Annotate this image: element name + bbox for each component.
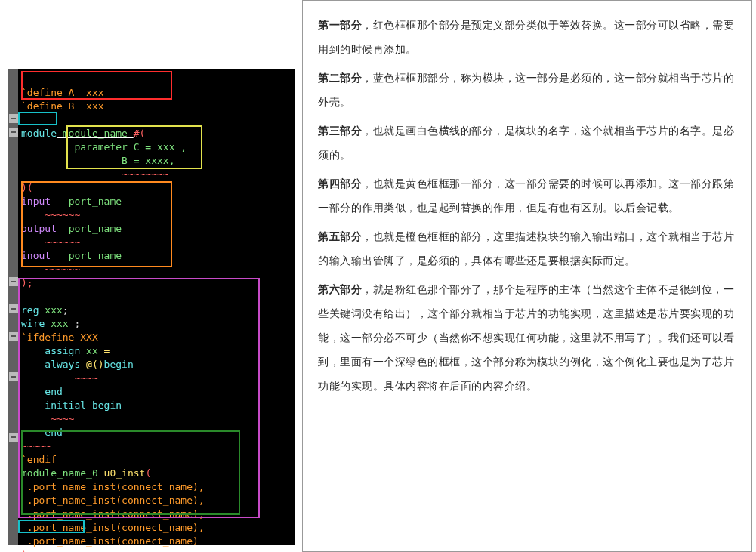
heading-4: 第四部分 [318, 177, 362, 190]
code-line: .port_name_inst(connect_name), [21, 481, 205, 492]
code-line: end [21, 427, 63, 438]
heading-3: 第三部分 [318, 125, 362, 137]
fold-icon [9, 433, 18, 442]
heading-6: 第六部分 [318, 283, 362, 295]
fold-icon [9, 372, 18, 381]
code-line: `ifdefine XXX [21, 332, 98, 343]
explanation-panel: 第一部分，红色框框那个部分是预定义部分类似于等效替换。这一部分可以省略，需要用到… [302, 0, 752, 552]
para-2-body: ，蓝色框框那部分，称为模块，这一部分是必须的，这一部分就相当于芯片的外壳。 [318, 72, 734, 108]
code-line: .port_name_inst(connect_name) [21, 535, 199, 547]
code-line: ~~~~~~ [21, 209, 80, 220]
fold-icon [9, 277, 18, 286]
code-line: initial begin [21, 399, 122, 411]
para-5-body: ，也就是橙色框框的部分，这里描述模块的输入输出端口，这个就相当于芯片的输入输出管… [318, 230, 734, 267]
code-line: `endif [21, 454, 57, 465]
fold-icon [9, 128, 18, 137]
paragraph-3: 第三部分，也就是画白色横线的部分，是模块的名字，这个就相当于芯片的名字。是必须的… [318, 119, 739, 167]
heading-5: 第五部分 [318, 230, 362, 242]
code-line: ~~~~~ [21, 440, 51, 452]
code-line: end [21, 386, 63, 397]
code-illustration: `define A xxx `define B xxx module modul… [8, 69, 295, 545]
code-line: `define B xxx [21, 100, 104, 112]
module-name-underlined: module_name [57, 128, 134, 139]
heading-1: 第一部分 [318, 19, 362, 31]
code-line: B = xxxx, [21, 155, 175, 166]
code-line: ~~~~ [21, 372, 98, 384]
fold-icon [9, 114, 18, 123]
code-line: ~~~~~~~~ [21, 168, 169, 180]
code-line: .port_name_inst(connect_name), [21, 508, 205, 520]
code-line: ~~~~~~ [21, 236, 80, 248]
code-body: `define A xxx `define B xxx module modul… [21, 72, 292, 542]
code-line: ); [21, 277, 33, 288]
code-line: output port_name [21, 223, 122, 234]
code-line: ~~~~ [21, 413, 74, 424]
fold-icon [9, 304, 18, 313]
code-line: inout port_name [21, 250, 122, 261]
code-line: module_name_0 u0_inst( [21, 467, 151, 479]
code-line: always @()begin [21, 359, 134, 370]
paragraph-2: 第二部分，蓝色框框那部分，称为模块，这一部分是必须的，这一部分就相当于芯片的外壳… [318, 66, 739, 114]
code-line: ~~~~~~ [21, 264, 80, 275]
fold-icon [9, 332, 18, 341]
paragraph-1: 第一部分，红色框框那个部分是预定义部分类似于等效替换。这一部分可以省略，需要用到… [318, 13, 739, 61]
code-line: )( [21, 182, 33, 193]
para-3-body: ，也就是画白色横线的部分，是模块的名字，这个就相当于芯片的名字。是必须的。 [318, 125, 734, 161]
code-line: assign xx = [21, 345, 110, 356]
paragraph-4: 第四部分，也就是黄色框框那一部分，这一部分需要的时候可以再添加。这一部分跟第一部… [318, 171, 739, 220]
heading-2: 第二部分 [318, 72, 362, 84]
page-root: 第一部分，红色框框那个部分是预定义部分类似于等效替换。这一部分可以省略，需要用到… [0, 0, 756, 552]
para-1-body: ，红色框框那个部分是预定义部分类似于等效替换。这一部分可以省略，需要用到的时候再… [318, 19, 734, 55]
code-line: input port_name [21, 196, 122, 207]
code-line: parameter C = xxx , [21, 141, 187, 153]
paragraph-5: 第五部分，也就是橙色框框的部分，这里描述模块的输入输出端口，这个就相当于芯片的输… [318, 224, 739, 273]
code-line: `define A xxx [21, 87, 104, 98]
code-line: module module_name #( [21, 128, 145, 139]
code-line: ); [21, 549, 33, 552]
para-6-body: ，就是粉红色那个部分了，那个是程序的主体（当然这个主体不是很到位，一些关键词没有… [318, 283, 734, 392]
code-line: .port_name_inst(connect_name), [21, 522, 205, 533]
code-line: reg xxx; [21, 304, 69, 316]
paragraph-6: 第六部分，就是粉红色那个部分了，那个是程序的主体（当然这个主体不是很到位，一些关… [318, 277, 739, 398]
code-line: .port_name_inst(connect_name), [21, 495, 205, 506]
code-line: wire xxx ; [21, 318, 80, 329]
para-4-body: ，也就是黄色框框那一部分，这一部分需要的时候可以再添加。这一部分跟第一部分的作用… [318, 177, 734, 214]
